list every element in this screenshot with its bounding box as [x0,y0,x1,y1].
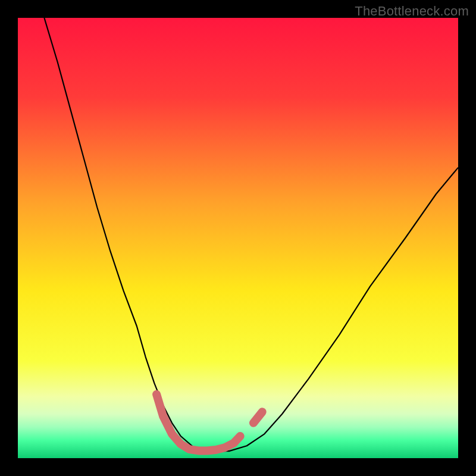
valley-marker-right-dot [253,412,262,423]
valley-marker [156,394,240,451]
watermark-text: TheBottleneck.com [355,4,469,19]
curve-layer [18,18,458,458]
chart-frame: TheBottleneck.com [0,0,476,476]
plot-area [18,18,458,458]
bottleneck-curve [44,18,458,451]
